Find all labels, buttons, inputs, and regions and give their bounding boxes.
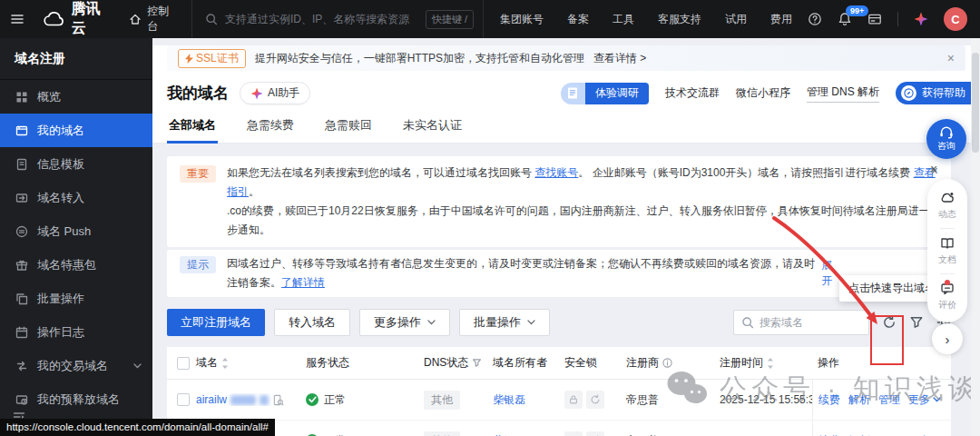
menu-group-account[interactable]: 集团账号 <box>500 12 544 27</box>
registrar: 帝思普 <box>626 433 720 436</box>
float-toolbar-close-icon[interactable]: × <box>930 163 937 175</box>
update-lock-icon[interactable] <box>586 391 604 409</box>
get-help-button[interactable]: 获得帮助 <box>896 82 980 104</box>
domain-search-box[interactable] <box>733 310 869 335</box>
float-toolbar: 动态 文档 评价 <box>927 179 967 322</box>
table-toolbar: 立即注册域名 转入域名 更多操作 批量操作 <box>167 309 951 336</box>
tip-notice: 提示 因域名过户、转移等导致域名持有者信息发生变更的，请及时变更或注销备案；您确… <box>167 250 951 297</box>
notifications-bell-icon[interactable]: 99+ <box>838 12 852 26</box>
owner-link[interactable]: 柴银磊 <box>493 433 564 436</box>
renew-action[interactable]: 续费 <box>818 433 840 436</box>
update-lock-icon[interactable] <box>586 431 604 436</box>
book-icon <box>940 236 955 251</box>
domain-link[interactable]: airailw <box>196 393 306 406</box>
sort-icon[interactable] <box>221 358 229 369</box>
ai-assistant-button[interactable]: AI助手 <box>240 82 310 104</box>
tip-badge: 提示 <box>180 256 216 273</box>
learn-more-link[interactable]: 了解详情 <box>281 276 325 289</box>
home-icon <box>129 13 142 25</box>
gift-package-icon <box>15 259 28 272</box>
tip-notice-text: 因域名过户、转移等导致域名持有者信息发生变更的，请及时变更或注销备案；您确认不再… <box>227 254 821 292</box>
domain-tabs: 全部域名 急需续费 急需赎回 未实名认证 <box>152 113 980 144</box>
log-calendar-icon <box>15 326 28 339</box>
page-title-row: 我的域名 AI助手 体验调研 技术交流群 微信小程序 管理 DNS 解析 <box>152 71 980 113</box>
topbar-menu: 集团账号 备案 工具 客服支持 试用 费用 <box>500 12 792 27</box>
docs-button[interactable]: 文档 <box>938 233 956 269</box>
find-account-link[interactable]: 查找账号 <box>534 166 578 179</box>
hamburger-menu-icon[interactable] <box>0 12 34 26</box>
feedback-button[interactable]: 评价 <box>938 279 956 314</box>
expand-panel-button[interactable]: › <box>932 323 963 354</box>
menu-tools[interactable]: 工具 <box>612 12 634 27</box>
important-notice-text: 如果您无法在域名列表搜索到您的域名，可以通过域名找回账号 查找账号。 企业邮账号… <box>227 164 938 240</box>
register-domain-button[interactable]: 立即注册域名 <box>167 309 265 336</box>
help-circle-icon[interactable] <box>808 12 822 26</box>
transfer-lock-icon[interactable] <box>564 391 583 409</box>
news-button[interactable]: 动态 <box>938 188 956 223</box>
billing-center-icon[interactable] <box>867 12 882 26</box>
menu-billing[interactable]: 费用 <box>770 12 792 27</box>
banner-close-icon[interactable]: × <box>947 52 955 64</box>
miniprogram-link[interactable]: 微信小程序 <box>736 85 790 101</box>
domain-search-input[interactable] <box>760 316 858 329</box>
sidebar-item-batch-operations[interactable]: 批量操作 <box>0 282 152 315</box>
sidebar-item-trading-domains[interactable]: 我的交易域名 <box>0 349 152 382</box>
menu-trial[interactable]: 试用 <box>725 12 747 27</box>
dns-action[interactable]: 解析 <box>848 433 870 436</box>
sidebar-item-info-template[interactable]: 信息模板 <box>0 147 152 181</box>
sort-icon[interactable] <box>767 358 774 369</box>
tab-all-domains[interactable]: 全部域名 <box>167 113 218 143</box>
sidebar-item-domain-push[interactable]: 域名 Push <box>0 214 152 248</box>
annotation-highlight-box <box>870 315 904 365</box>
batch-operations-dropdown[interactable]: 批量操作 <box>459 309 550 336</box>
banner-details-link[interactable]: 查看详情 > <box>593 51 646 66</box>
more-action[interactable]: 更多 <box>908 433 941 436</box>
tencent-cloud-logo[interactable]: 腾讯云 <box>34 0 129 38</box>
sidebar-item-domain-packages[interactable]: 域名特惠包 <box>0 248 152 282</box>
scrollbar-thumb[interactable] <box>972 53 979 153</box>
trade-arrows-icon <box>15 360 28 372</box>
watermark-text: 公众号 · 知识浅谈 <box>720 371 980 408</box>
menu-icp[interactable]: 备案 <box>567 12 589 27</box>
menu-support[interactable]: 客服支持 <box>658 12 701 27</box>
tab-need-redemption[interactable]: 急需赎回 <box>323 113 374 143</box>
colorful-sparkle-icon[interactable] <box>914 12 928 26</box>
chevron-down-icon <box>527 320 535 325</box>
sidebar-item-my-domains[interactable]: 我的域名 <box>0 114 152 147</box>
domain-window-icon <box>15 124 28 137</box>
headset-icon <box>939 126 954 139</box>
tab-unverified[interactable]: 未实名认证 <box>401 113 464 143</box>
tech-group-link[interactable]: 技术交流群 <box>665 85 720 101</box>
row-checkbox[interactable] <box>177 393 190 406</box>
security-locks <box>564 431 626 436</box>
push-circle-icon <box>15 225 28 238</box>
expand-link[interactable]: 展开 <box>821 258 840 289</box>
page-title: 我的域名 <box>167 83 229 104</box>
manage-dns-link[interactable]: 管理 DNS 解析 <box>807 84 879 103</box>
important-notice: 重要 如果您无法在域名列表搜索到您的域名，可以通过域名找回账号 查找账号。 企业… <box>167 156 951 247</box>
cloud-logo-icon <box>44 12 65 27</box>
console-link[interactable]: 控制台 <box>129 4 191 35</box>
wechat-icon <box>665 370 709 408</box>
sidebar-item-overview[interactable]: 概览 <box>0 80 152 114</box>
user-avatar[interactable]: C <box>944 7 967 31</box>
service-status: 正常 <box>306 433 424 436</box>
manage-action[interactable]: 管理 <box>878 433 900 436</box>
info-circle-icon[interactable] <box>662 358 672 368</box>
global-search[interactable]: 快捷键 / <box>191 0 484 38</box>
survey-button[interactable]: 体验调研 <box>561 83 649 104</box>
transfer-lock-icon[interactable] <box>564 431 583 436</box>
more-operations-dropdown[interactable]: 更多操作 <box>359 309 450 336</box>
consult-button[interactable]: 咨询 <box>926 119 966 159</box>
global-search-input[interactable] <box>225 13 418 25</box>
chevron-down-icon <box>427 320 436 325</box>
select-all-checkbox[interactable] <box>177 357 190 370</box>
domain-detail-icon[interactable] <box>272 394 284 406</box>
owner-link[interactable]: 柴银磊 <box>493 392 564 408</box>
transfer-in-button[interactable]: 转入域名 <box>274 309 350 336</box>
tab-need-renewal[interactable]: 急需续费 <box>245 113 296 143</box>
filter-funnel-icon[interactable] <box>909 315 924 330</box>
sidebar-item-transfer-in[interactable]: 域名转入 <box>0 181 152 214</box>
sidebar-item-operation-logs[interactable]: 操作日志 <box>0 315 152 349</box>
filter-funnel-icon[interactable] <box>472 358 482 368</box>
